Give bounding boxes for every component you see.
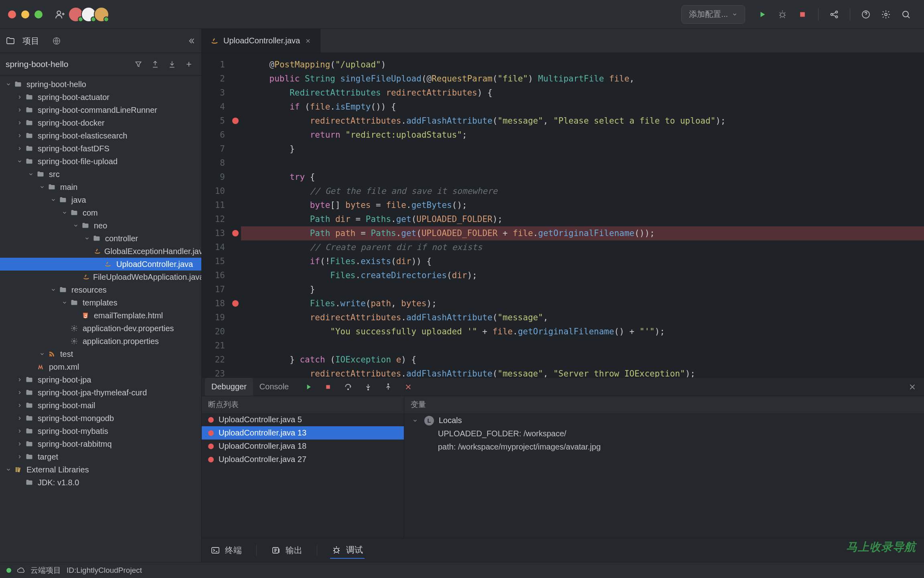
download-icon[interactable] [165,57,179,71]
tree-item[interactable]: emailTemplate.html [0,309,201,322]
breakpoint-item[interactable]: UploadController.java 27 [202,453,404,466]
breakpoint-column[interactable] [230,53,241,377]
tree-item[interactable]: application.properties [0,335,201,348]
breakpoint-item[interactable]: UploadController.java 18 [202,440,404,453]
close-window-icon[interactable] [8,10,16,18]
breakpoint-item[interactable]: UploadController.java 5 [202,413,404,426]
debugger-tab[interactable]: Debugger [205,378,253,396]
debug-button[interactable] [774,6,791,23]
terminal-tool[interactable]: 终端 [209,542,243,558]
tree-chevron-icon[interactable] [49,287,58,293]
tree-chevron-icon[interactable] [4,81,13,87]
tree-item[interactable]: templates [0,296,201,309]
share-icon[interactable] [826,6,843,23]
tree-item[interactable]: FileUploadWebApplication.java [0,271,201,283]
minimize-window-icon[interactable] [21,10,29,18]
tree-chevron-icon[interactable] [15,120,24,126]
tree-item[interactable]: spring-boot-mail [0,399,201,412]
tree-item[interactable]: spring-boot-actuator [0,91,201,104]
tree-item[interactable]: spring-boot-commandLineRunner [0,104,201,116]
tree-item[interactable]: External Libraries [0,463,201,476]
settings-icon[interactable] [877,6,894,23]
tree-item[interactable]: spring-boot-rabbitmq [0,438,201,450]
tree-item[interactable]: test [0,348,201,360]
tree-chevron-icon[interactable] [49,197,58,203]
breakpoint-item[interactable]: UploadController.java 13 [202,426,404,440]
tree-chevron-icon[interactable] [60,210,69,216]
tree-item[interactable]: spring-boot-jpa [0,373,201,386]
tree-item[interactable]: spring-boot-fastDFS [0,142,201,155]
tree-chevron-icon[interactable] [38,351,47,357]
tree-item[interactable]: src [0,168,201,181]
tree-chevron-icon[interactable] [83,236,91,241]
tree-chevron-icon[interactable] [15,390,24,395]
tree-chevron-icon[interactable] [15,441,24,447]
tree-chevron-icon[interactable] [60,300,69,305]
close-debug-icon[interactable] [908,383,917,391]
tree-item[interactable]: main [0,181,201,193]
locals-group[interactable]: LLocals [404,414,924,427]
tree-item[interactable]: spring-boot-docker [0,116,201,129]
file-tree[interactable]: spring-boot-hellospring-boot-actuatorspr… [0,75,201,562]
tree-item[interactable]: spring-boot-mybatis [0,425,201,438]
tree-chevron-icon[interactable] [15,377,24,383]
collapse-sidebar-icon[interactable] [187,37,196,45]
step-into-icon[interactable] [361,380,375,394]
project-icon[interactable] [6,36,15,46]
variable-item[interactable]: UPLOADED_FOLDER: /workspace/ [404,427,924,440]
tree-item[interactable]: neo [0,219,201,232]
search-icon[interactable] [898,6,914,23]
help-icon[interactable] [857,6,874,23]
tree-item[interactable]: spring-boot-hello [0,78,201,91]
add-collaborator-icon[interactable] [54,8,67,21]
tree-item[interactable]: java [0,193,201,206]
tree-item[interactable]: GlobalExceptionHandler.java [0,245,201,258]
step-out-icon[interactable] [381,380,395,394]
tree-chevron-icon[interactable] [15,403,24,408]
tree-chevron-icon[interactable] [71,223,80,228]
tree-item[interactable]: pom.xml [0,360,201,373]
tree-chevron-icon[interactable] [38,184,47,190]
tree-item[interactable]: com [0,206,201,219]
console-tab[interactable]: Console [253,378,295,396]
tree-chevron-icon[interactable] [15,107,24,113]
variable-item[interactable]: path: /workspace/myproject/images/avatar… [404,440,924,454]
run-configuration-selector[interactable]: 添加配置... [681,5,745,24]
code-editor[interactable]: 1234567891011121314151617181920212223 @P… [202,53,924,377]
editor-tab[interactable]: UploadController.java [202,29,320,53]
disable-breakpoints-icon[interactable] [401,380,415,394]
tree-chevron-icon[interactable] [15,159,24,164]
breakpoint-marker[interactable] [232,230,239,236]
output-tool[interactable]: 输出 [270,542,304,558]
collaborator-avatars[interactable] [71,7,109,22]
breakpoint-marker[interactable] [232,118,239,124]
tree-item[interactable]: application-dev.properties [0,322,201,335]
upload-icon[interactable] [148,57,162,71]
stop-button[interactable] [794,6,811,23]
tree-chevron-icon[interactable] [4,467,13,472]
filter-icon[interactable] [132,57,145,71]
maximize-window-icon[interactable] [34,10,43,18]
debug-tool[interactable]: 调试 [330,542,365,559]
remote-icon[interactable] [52,37,61,45]
stop-debug-button[interactable] [321,380,335,394]
tree-item[interactable]: target [0,450,201,463]
tree-item[interactable]: resources [0,283,201,296]
tree-chevron-icon[interactable] [15,94,24,100]
tree-chevron-icon[interactable] [15,133,24,138]
continue-button[interactable] [301,380,315,394]
tree-item[interactable]: spring-boot-file-upload [0,155,201,168]
tree-chevron-icon[interactable] [15,454,24,460]
tree-chevron-icon[interactable] [26,171,35,177]
tree-item[interactable]: controller [0,232,201,245]
breakpoint-marker[interactable] [232,300,239,307]
step-over-icon[interactable] [341,380,355,394]
run-button[interactable] [754,6,771,23]
tree-chevron-icon[interactable] [15,146,24,151]
tree-item[interactable]: spring-boot-mongodb [0,412,201,425]
tree-item[interactable]: JDK: v1.8.0 [0,476,201,489]
add-icon[interactable] [182,57,196,71]
tree-item[interactable]: spring-boot-elasticsearch [0,129,201,142]
tree-item[interactable]: UploadController.java [0,258,201,271]
tree-chevron-icon[interactable] [15,428,24,434]
